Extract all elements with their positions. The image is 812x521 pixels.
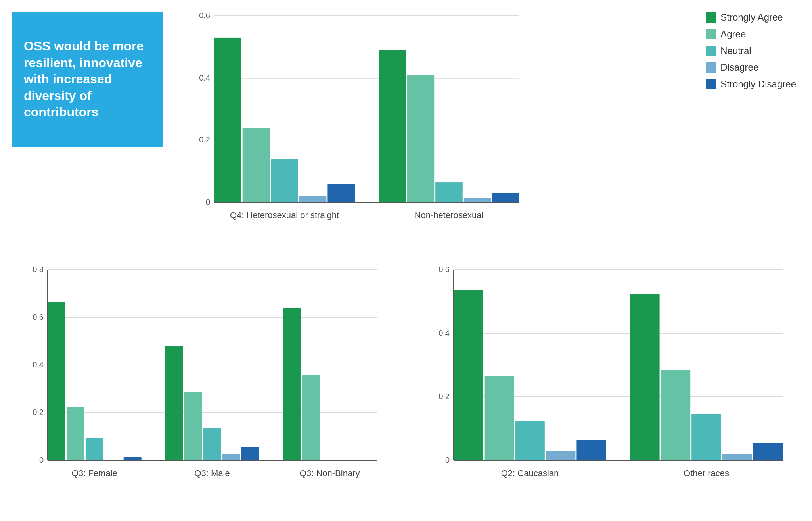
chart-legend: Strongly Agree Agree Neutral Disagree St… [698,8,796,250]
group-label: Q3: Female [72,468,117,478]
bar [48,302,65,460]
svg-text:0: 0 [445,456,450,464]
bottom-right-chart-svg: 00.20.40.6Q2: CaucasianOther races [426,262,791,488]
bar [271,159,298,202]
bar [214,38,241,202]
bar [722,454,752,460]
svg-text:0: 0 [206,198,210,206]
legend-item: Disagree [706,62,796,73]
bar [454,290,483,460]
bottom-left-chart-svg: 00.20.40.60.8Q3: FemaleQ3: MaleQ3: Non-B… [20,262,385,488]
bar [576,440,606,460]
legend-label: Strongly Disagree [720,79,796,90]
card-text: OSS would be more resilient, innovative … [24,38,151,121]
svg-text:0.6: 0.6 [439,265,450,274]
bottom-right-chart-area: 00.20.40.6Q2: CaucasianOther races [406,258,812,516]
svg-text:0.4: 0.4 [199,73,210,82]
bar [753,443,783,460]
svg-text:0.4: 0.4 [33,360,44,369]
group-label: Q3: Male [194,468,230,478]
legend-item: Strongly Agree [706,12,796,23]
svg-text:0.4: 0.4 [439,329,450,337]
blue-card: OSS would be more resilient, innovative … [12,12,163,147]
bar [124,457,142,460]
bar [485,376,514,460]
bar [222,454,240,460]
svg-text:0.2: 0.2 [33,408,44,417]
legend-label: Disagree [720,62,758,73]
legend-item: Strongly Disagree [706,79,796,90]
bar [283,308,301,460]
svg-text:0: 0 [39,456,44,464]
bar [661,370,691,460]
bar [435,182,463,202]
top-section: OSS would be more resilient, innovative … [0,0,812,254]
legend-label: Strongly Agree [720,12,783,23]
legend-swatch [706,29,716,39]
group-label: Q3: Non-Binary [300,468,360,478]
group-label: Other races [684,468,729,478]
top-chart-wrapper: 00.20.40.6Q4: Heterosexual or straightNo… [186,8,698,250]
group-label: Non-heterosexual [415,210,484,220]
svg-text:0.2: 0.2 [199,135,210,144]
svg-text:0.8: 0.8 [33,265,44,274]
bottom-left-chart-area: 00.20.40.60.8Q3: FemaleQ3: MaleQ3: Non-B… [0,258,406,516]
bar [243,128,270,202]
page-container: OSS would be more resilient, innovative … [0,0,812,521]
bar [630,294,660,460]
legend-item: Agree [706,29,796,40]
bar [327,184,355,202]
bar [379,50,406,202]
bar [203,428,221,460]
svg-text:0.6: 0.6 [33,313,44,321]
bar [407,75,435,202]
bar [184,392,202,460]
svg-text:0.6: 0.6 [199,11,210,20]
bar [546,451,576,460]
svg-text:0.2: 0.2 [439,392,450,401]
bar [492,193,519,203]
top-chart-area: 00.20.40.6Q4: Heterosexual or straightNo… [163,0,812,254]
legend-swatch [706,79,716,89]
legend-label: Agree [720,29,746,40]
legend-swatch [706,46,716,56]
group-label: Q4: Heterosexual or straight [230,210,339,220]
bar [241,447,259,460]
legend-swatch [706,62,716,73]
bottom-section: 00.20.40.60.8Q3: FemaleQ3: MaleQ3: Non-B… [0,254,812,516]
bar [515,421,545,460]
bar [302,375,320,460]
bar [299,196,327,202]
bar [67,407,84,460]
legend-label: Neutral [720,45,751,56]
legend-swatch [706,12,716,23]
top-chart-svg: 00.20.40.6Q4: Heterosexual or straightNo… [186,8,527,230]
bar [165,346,183,460]
bar [691,414,721,460]
bar [86,438,103,460]
legend-item: Neutral [706,45,796,56]
group-label: Q2: Caucasian [501,468,559,478]
bar [464,198,491,202]
